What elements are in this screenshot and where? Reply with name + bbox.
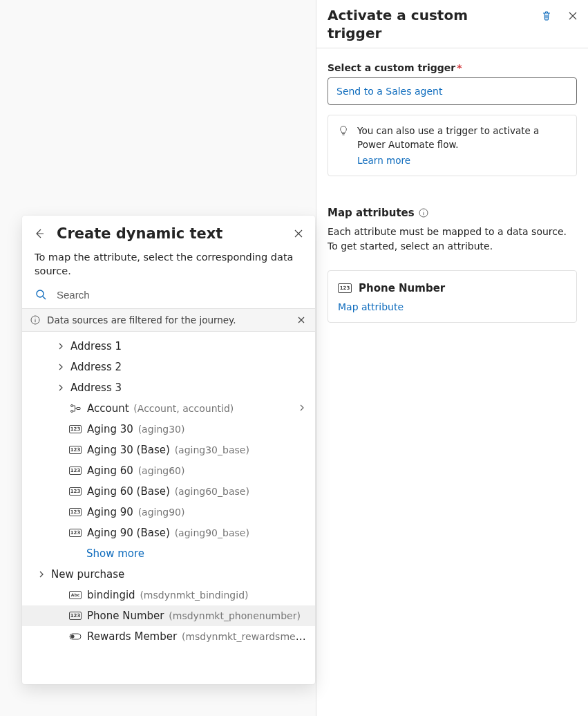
tree-item-address2[interactable]: Address 2 [22, 357, 315, 377]
popover-desc: To map the attribute, select the corresp… [22, 245, 315, 284]
trigger-select-value: Send to a Sales agent [336, 86, 442, 97]
delete-button[interactable] [540, 9, 553, 23]
panel-title: Activate a custom trigger [328, 6, 507, 42]
map-attribute-link[interactable]: Map attribute [338, 301, 567, 312]
dynamic-text-popover: Create dynamic text To map the attribute… [22, 216, 315, 684]
chevron-right-icon [37, 570, 46, 578]
data-source-tree[interactable]: Address 1 Address 2 Address 3 Account [22, 332, 315, 684]
tree-item-new-purchase[interactable]: New purchase [22, 564, 315, 585]
number-type-icon: 123 [69, 507, 82, 517]
arrow-left-icon [33, 227, 46, 240]
dismiss-info-button[interactable] [296, 314, 307, 326]
map-attributes-title: Map attributes [328, 207, 577, 219]
tree-item-label: Address 3 [70, 381, 122, 394]
tree-item-bindingid[interactable]: Abc bindingid (msdynmkt_bindingid) [22, 585, 315, 605]
close-icon [294, 229, 303, 238]
attribute-name: Phone Number [359, 282, 445, 294]
svg-point-3 [71, 404, 73, 406]
search-icon [35, 288, 47, 301]
chevron-right-icon [57, 384, 65, 392]
svg-point-7 [71, 634, 74, 637]
tree-item-account[interactable]: Account (Account, accountid) [22, 398, 315, 419]
tree-item-address1[interactable]: Address 1 [22, 336, 315, 357]
tree-item-rewards-member[interactable]: Rewards Member (msdynmkt_rewardsmem… [22, 626, 315, 647]
chevron-right-icon [298, 404, 307, 413]
number-type-icon: 123 [69, 611, 82, 621]
trigger-field-label: Select a custom trigger* [328, 62, 577, 73]
info-icon [419, 208, 428, 218]
svg-rect-5 [77, 407, 80, 409]
tree-item-label: bindingid (msdynmkt_bindingid) [87, 589, 249, 601]
trash-icon [541, 10, 552, 21]
filter-info-strip: Data sources are filtered for the journe… [22, 308, 315, 332]
tree-item-label: Aging 60 (Base) (aging60_base) [87, 485, 249, 498]
close-icon [567, 10, 578, 21]
popover-header: Create dynamic text [22, 216, 315, 245]
boolean-type-icon [69, 632, 82, 641]
tree-item-label: Aging 30 (Base) (aging30_base) [87, 444, 249, 456]
tree-item-label: Address 1 [70, 340, 122, 352]
close-icon [297, 316, 305, 324]
attribute-card[interactable]: 123 Phone Number Map attribute [328, 270, 577, 323]
trigger-select[interactable]: Send to a Sales agent [328, 77, 577, 105]
tree-item-aging60-base[interactable]: 123 Aging 60 (Base) (aging60_base) [22, 481, 315, 502]
panel-header: Activate a custom trigger [316, 0, 588, 48]
tree-item-label: Address 2 [70, 361, 122, 373]
number-type-icon: 123 [69, 466, 82, 475]
search-row [22, 284, 315, 308]
map-attributes-desc: Each attribute must be mapped to a data … [328, 225, 577, 254]
tree-item-label: Aging 90 (Base) (aging90_base) [87, 527, 249, 539]
tree-item-aging90[interactable]: 123 Aging 90 (aging90) [22, 502, 315, 522]
text-type-icon: Abc [69, 590, 82, 600]
number-type-icon: 123 [69, 528, 82, 538]
chevron-right-icon [57, 342, 65, 350]
tree-item-aging60[interactable]: 123 Aging 60 (aging60) [22, 460, 315, 481]
tree-item-address3[interactable]: Address 3 [22, 377, 315, 398]
tree-item-label: Rewards Member (msdynmkt_rewardsmem… [87, 630, 307, 643]
svg-point-4 [71, 410, 73, 412]
back-button[interactable] [32, 226, 47, 241]
search-input[interactable] [55, 288, 303, 301]
info-icon [30, 315, 40, 325]
tree-item-label: Phone Number (msdynmkt_phonenumber) [87, 610, 301, 622]
filter-info-text: Data sources are filtered for the journe… [47, 314, 236, 326]
tree-item-phone-number[interactable]: 123 Phone Number (msdynmkt_phonenumber) [22, 605, 315, 626]
popover-title: Create dynamic text [57, 225, 282, 242]
tree-item-label: Aging 60 (aging60) [87, 464, 184, 477]
chevron-right-icon [57, 363, 65, 371]
hint-content: You can also use a trigger to activate a… [357, 124, 567, 167]
activate-trigger-panel: Activate a custom trigger Select a custo… [316, 0, 588, 716]
required-indicator: * [457, 62, 462, 73]
svg-point-1 [37, 290, 44, 297]
map-attributes-title-text: Map attributes [328, 207, 415, 219]
account-label: Account [87, 402, 129, 415]
lightbulb-icon [338, 125, 349, 136]
hint-text: You can also use a trigger to activate a… [357, 125, 539, 150]
number-type-icon: 123 [69, 487, 82, 496]
number-type-icon: 123 [69, 445, 82, 455]
tree-item-label: Account (Account, accountid) [87, 402, 234, 415]
account-sub: (Account, accountid) [133, 403, 234, 414]
show-more-link[interactable]: Show more [22, 543, 315, 564]
tree-item-label: Aging 90 (aging90) [87, 506, 184, 518]
panel-header-actions [540, 6, 580, 23]
tree-item-label: New purchase [51, 568, 124, 581]
close-panel-button[interactable] [566, 9, 580, 23]
attribute-card-title: 123 Phone Number [338, 282, 567, 294]
tree-item-aging30[interactable]: 123 Aging 30 (aging30) [22, 419, 315, 440]
number-type-icon: 123 [338, 283, 352, 293]
relationship-icon [69, 404, 82, 413]
tree-item-aging30-base[interactable]: 123 Aging 30 (Base) (aging30_base) [22, 440, 315, 460]
hint-box: You can also use a trigger to activate a… [328, 115, 577, 176]
tree-item-aging90-base[interactable]: 123 Aging 90 (Base) (aging90_base) [22, 522, 315, 543]
learn-more-link[interactable]: Learn more [357, 153, 410, 167]
tree-item-label: Aging 30 (aging30) [87, 423, 184, 435]
trigger-field-label-text: Select a custom trigger [328, 62, 455, 73]
number-type-icon: 123 [69, 424, 82, 434]
popover-close-button[interactable] [292, 227, 305, 241]
panel-body: Select a custom trigger* Send to a Sales… [316, 48, 588, 337]
